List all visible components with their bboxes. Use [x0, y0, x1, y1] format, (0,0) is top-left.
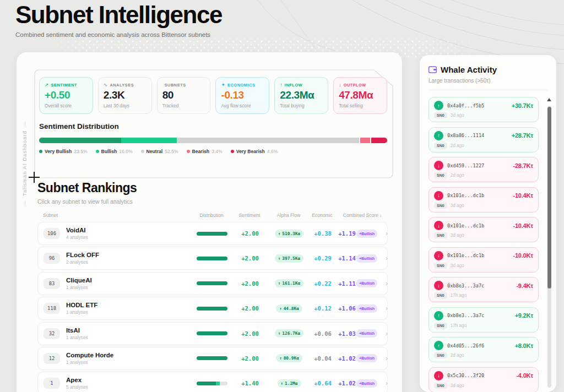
subnet-analyses-count: 1 analyses — [66, 335, 88, 340]
chevron-right-icon[interactable]: › — [378, 355, 388, 362]
whale-transaction-card[interactable]: ↓ 0x101e...dc1b -10.0Kτ SN0 3d ago — [429, 247, 539, 273]
whale-transaction-card[interactable]: ↑ 0xb8e3...3a7c +9.2Kτ SN0 17h ago — [429, 307, 539, 333]
distribution-mini-bar — [197, 382, 227, 385]
arrow-down-icon: ↓ — [437, 223, 440, 228]
column-header-subnet[interactable]: Subnet — [43, 213, 194, 218]
column-header-combined-score[interactable]: Combined Score↓ — [338, 213, 387, 218]
sentiment-value: +2.00 — [229, 355, 271, 362]
stat-label: INFLOW — [285, 83, 302, 88]
subnet-tag: SN0 — [434, 352, 447, 358]
combined-score-value: +1.03 — [338, 330, 356, 337]
stat-label: SENTIMENT — [51, 83, 78, 88]
chevron-right-icon[interactable]: › — [378, 379, 388, 387]
whale-transaction-card[interactable]: ↓ 0x101e...dc1b -10.4Kτ SN0 3d ago — [429, 217, 539, 242]
legend-item: Bearish 3.4% — [187, 149, 223, 154]
sentiment-value: +2.00 — [229, 230, 271, 237]
spark-icon: ✦ — [221, 83, 225, 88]
legend-item: Very Bearish 4.6% — [231, 149, 278, 154]
alpha-flow-pill: ↑80.9Kα — [276, 354, 302, 362]
whale-transaction-card[interactable]: ↓ 0xd459...1227 -28.7Kτ SN0 2d ago — [429, 157, 539, 182]
sort-desc-icon: ↓ — [379, 213, 382, 218]
stat-card: ∿ ANALYSES 2.3K Last 30 days — [98, 77, 152, 114]
subnet-row[interactable]: 12 Compute Horde 1 analyses +2.00 ↑80.9K… — [37, 347, 388, 370]
alpha-flow-value: 44.8Kα — [284, 306, 299, 311]
alpha-flow-value: 161.1Kα — [282, 281, 300, 286]
arrow-up-icon: ↑ — [278, 331, 281, 336]
transaction-amount: -4.0Kτ — [516, 372, 533, 379]
arrow-up-icon: ↑ — [280, 83, 283, 88]
subnet-analyses-count: 2 analyses — [66, 259, 99, 265]
transaction-address: 0xb8e3...3a7c — [447, 283, 484, 288]
alpha-flow-pill: ↑510.3Kα — [275, 230, 303, 238]
dashboard-watermark: Talisman AI Dashboard — [21, 84, 28, 205]
arrow-up-icon: ↑ — [278, 281, 281, 286]
bullish-badge: +Bullish — [356, 254, 377, 263]
rankings-table-header: Subnet Distribution Sentiment Alpha Flow… — [37, 213, 388, 218]
arrow-up-icon: ↑ — [437, 313, 440, 318]
subnet-tag: SN0 — [434, 112, 447, 118]
legend-label: Bullish — [101, 149, 117, 154]
transaction-address: 0x4d05...26f6 — [447, 343, 484, 349]
legend-item: Bullish 16.0% — [96, 149, 133, 154]
transaction-amount: +8.0Kτ — [515, 342, 533, 349]
arrow-down-icon: ↓ — [437, 193, 440, 198]
bullish-badge: +Bullish — [356, 379, 377, 388]
whale-activity-panel: Whale Activity Large transactions (>50τ)… — [420, 55, 556, 392]
subnet-name: CliqueAI — [66, 277, 92, 284]
column-header-alpha-flow[interactable]: Alpha Flow — [270, 213, 307, 218]
subnet-id-badge: 96 — [44, 253, 60, 264]
subnet-rankings-section: Subnet Rankings Click any subnet to view… — [37, 181, 388, 392]
subnet-row[interactable]: 96 FLock OFF 2 analyses +2.00 ↑397.5Kα +… — [37, 247, 388, 270]
subnet-row[interactable]: 1 Apex 5 analyses +1.40 ↑1.2Mα +0.64 +1.… — [37, 372, 388, 392]
alpha-flow-value: 80.9Kα — [284, 356, 299, 361]
page-header: Subnet Intelligence Combined sentiment a… — [15, 1, 222, 38]
subnet-name: VoidAI — [66, 227, 88, 233]
column-header-distribution[interactable]: Distribution — [194, 213, 229, 218]
transaction-time: 2d ago — [451, 143, 464, 148]
whale-transaction-card[interactable]: ↑ 0x4d05...26f6 +8.0Kτ SN0 2d ago — [429, 337, 539, 362]
chevron-right-icon[interactable]: › — [378, 254, 388, 262]
whale-transaction-card[interactable]: ↓ 0x5c30...3f20 -4.0Kτ SN0 3d ago — [429, 367, 539, 392]
distribution-mini-bar — [197, 331, 227, 335]
column-header-economic[interactable]: Economic — [307, 213, 338, 218]
subnet-row[interactable]: 106 VoidAI 4 analyses +2.00 ↑510.3Kα +0.… — [37, 222, 388, 245]
stat-value: -0.13 — [221, 89, 264, 101]
legend-label: Very Bearish — [236, 149, 265, 154]
transaction-time: 17h ago — [451, 323, 467, 328]
stat-caption: Avg flow score — [221, 103, 264, 108]
alpha-flow-value: 126.7Kα — [282, 331, 300, 336]
chevron-right-icon[interactable]: › — [378, 304, 388, 312]
stat-card: ↑ INFLOW 22.3Mα Total buying — [274, 77, 328, 114]
rankings-title: Subnet Rankings — [37, 181, 388, 195]
alpha-flow-pill: ↑44.8Kα — [276, 304, 302, 313]
whale-transaction-card[interactable]: ↓ 0xb8e3...3a7c -9.4Kτ SN0 17h ago — [429, 277, 539, 302]
subnet-name: ItsAI — [66, 327, 88, 334]
chevron-right-icon[interactable]: › — [378, 230, 388, 237]
distribution-mini-bar — [197, 356, 227, 360]
sentiment-distribution-bar — [39, 138, 387, 143]
alpha-flow-pill: ↑1.2Mα — [278, 379, 301, 388]
transaction-amount: -10.4Kτ — [513, 192, 533, 199]
stat-caption: Tracked — [162, 103, 205, 108]
stat-caption: Total buying — [280, 103, 323, 108]
column-header-sentiment[interactable]: Sentiment — [229, 213, 270, 218]
whale-transaction-card[interactable]: ↑ 0x4a0f...f5b5 +30.7Kτ SN0 3d ago — [429, 97, 539, 122]
whale-transaction-card[interactable]: ↑ 0x8a86...1114 +28.7Kτ SN0 2d ago — [429, 127, 539, 153]
bullish-badge: +Bullish — [356, 279, 377, 287]
legend-item: Neutral 52.5% — [141, 149, 178, 154]
transaction-time: 17h ago — [451, 293, 467, 298]
subnet-row[interactable]: 83 CliqueAI 1 analyses +2.00 ↑161.1Kα +0… — [37, 272, 388, 295]
transaction-amount: -9.4Kτ — [516, 282, 533, 289]
subnet-id-badge: 106 — [44, 228, 60, 239]
scrollbar-up-arrow[interactable] — [547, 98, 551, 101]
stat-label: ECONOMICS — [227, 83, 255, 88]
scrollbar-thumb[interactable] — [547, 107, 551, 288]
distribution-segment — [39, 138, 121, 143]
chevron-right-icon[interactable]: › — [378, 280, 388, 287]
economic-value: +0.12 — [307, 305, 338, 312]
subnet-row[interactable]: 32 ItsAI 1 analyses +2.00 ↑126.7Kα +0.06… — [37, 322, 388, 345]
whale-transaction-card[interactable]: ↓ 0x101e...dc1b -10.4Kτ SN0 3d ago — [429, 187, 539, 213]
chevron-right-icon[interactable]: › — [378, 330, 388, 337]
subnet-row[interactable]: 118 HODL ETF 1 analyses +2.00 ↑44.8Kα +0… — [37, 297, 388, 320]
page-title: Subnet Intelligence — [15, 1, 222, 29]
